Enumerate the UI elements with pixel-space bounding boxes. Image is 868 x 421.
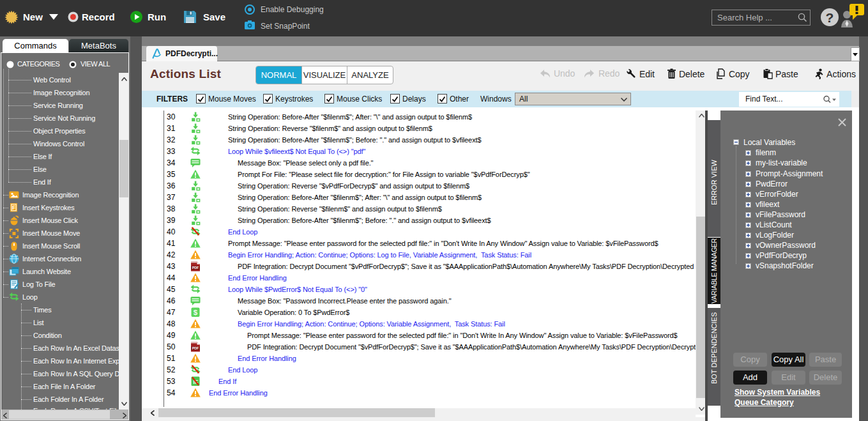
svg-text:?: ? [826, 10, 834, 25]
